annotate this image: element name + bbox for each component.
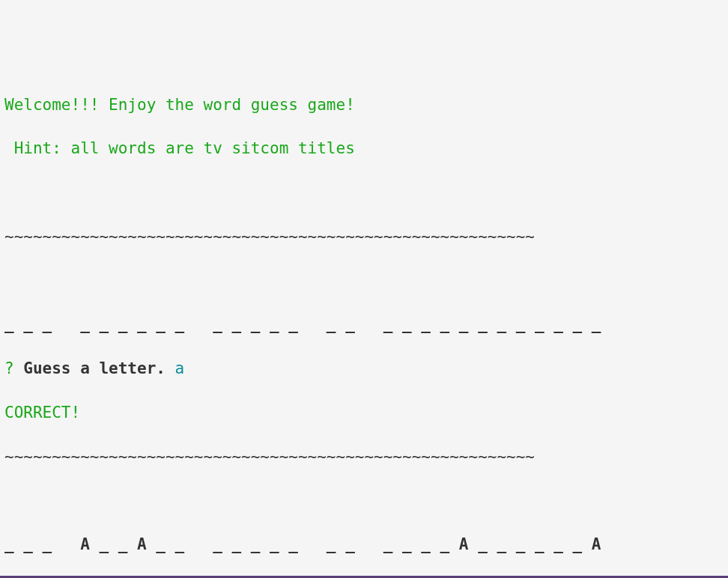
divider-line: ~~~~~~~~~~~~~~~~~~~~~~~~~~~~~~~~~~~~~~~~…	[4, 446, 724, 468]
hint-text: Hint: all words are tv sitcom titles	[4, 138, 724, 159]
prompt-line[interactable]: ? Guess a letter. a	[4, 358, 724, 380]
word-blanks: _ _ _ A _ _ A _ _ _ _ _ _ _ _ _ _ _ _ _ …	[4, 534, 724, 556]
result-text: CORRECT!	[4, 402, 724, 424]
blank-spacer	[4, 490, 724, 512]
blank-spacer	[4, 270, 724, 292]
blank-spacer	[4, 182, 724, 204]
prompt-text: Guess a letter.	[14, 359, 175, 377]
guess-input[interactable]: a	[175, 359, 185, 377]
welcome-text: Welcome!!! Enjoy the word guess game!	[4, 94, 724, 116]
word-blanks: _ _ _ _ _ _ _ _ _ _ _ _ _ _ _ _ _ _ _ _ …	[4, 314, 724, 335]
divider-line: ~~~~~~~~~~~~~~~~~~~~~~~~~~~~~~~~~~~~~~~~…	[4, 226, 724, 248]
prompt-prefix: ?	[4, 359, 14, 377]
